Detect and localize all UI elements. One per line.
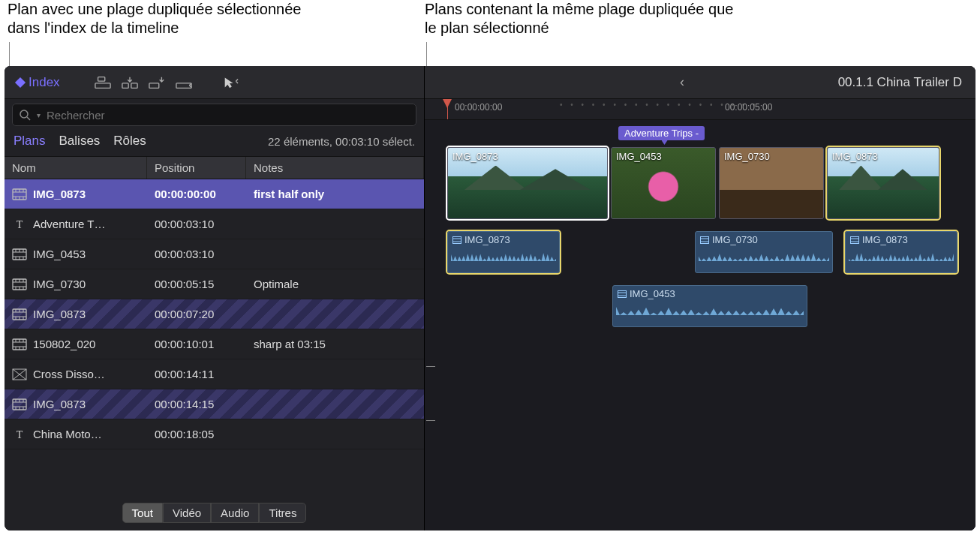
clip-label: IMG_0873 [832,151,878,162]
filter-titles[interactable]: Titres [259,503,306,523]
video-clip[interactable]: IMG_0730 [719,147,824,219]
callout-left: Plan avec une plage dupliquée sélectionn… [8,0,330,38]
audio-clip[interactable]: IMG_0873 [447,231,560,273]
row-position: 00:00:05:15 [147,278,246,290]
filter-bar: Tout Vidéo Audio Titres [5,498,424,530]
search-icon [19,109,31,121]
time-ruler[interactable]: 00:00:00:00 • • • • • • • • • • • • • • … [425,99,975,120]
title-clip[interactable]: Adventure Trips - [618,126,705,140]
timeline-index-panel: Index ▾ Plans Balises Rôles 22 éléments,… [5,66,425,530]
svg-rect-0 [95,83,110,87]
table-row[interactable]: IMG_073000:00:05:15Optimale [5,269,424,299]
diamond-icon [15,77,26,87]
audio-clip[interactable]: IMG_0730 [695,231,833,273]
app-window: Index ▾ Plans Balises Rôles 22 éléments,… [5,66,975,530]
text-icon: T [12,218,27,230]
row-position: 00:00:14:15 [147,398,246,410]
header-name[interactable]: Nom [5,157,147,179]
clip-label: IMG_0873 [850,234,908,245]
project-title: 00.1.1 China Trailer D [838,75,962,90]
svg-text:T: T [17,429,23,440]
playhead[interactable] [447,99,448,119]
callouts-region: Plan avec une plage dupliquée sélectionn… [0,0,980,66]
video-clip[interactable]: IMG_0453 [611,147,716,219]
table-row[interactable]: Cross Disso…00:00:14:11 [5,359,424,389]
film-icon [12,248,27,260]
row-name: 150802_020 [33,338,95,350]
svg-rect-4 [149,83,159,87]
timeline-toolbar: ‹ 00.1.1 China Trailer D [425,66,975,99]
row-position: 00:00:18:05 [147,428,246,440]
tab-balises[interactable]: Balises [59,134,101,149]
svg-rect-2 [122,83,128,87]
table-row[interactable]: IMG_087300:00:00:00first half only [5,179,424,209]
overwrite-clip-icon[interactable] [176,76,192,89]
row-position: 00:00:03:10 [147,218,246,230]
svg-rect-1 [98,77,104,81]
svg-rect-65 [453,236,461,243]
film-icon [12,308,27,320]
audio-clip[interactable]: IMG_0873 [845,231,957,273]
svg-rect-74 [618,290,627,297]
row-name: China Moto… [33,428,102,440]
svg-point-6 [20,110,28,118]
clip-label: IMG_0453 [616,151,662,162]
column-headers: Nom Position Notes [5,156,424,179]
svg-rect-3 [131,83,137,87]
row-name: IMG_0730 [33,278,86,290]
chevron-down-icon[interactable]: ▾ [37,111,41,119]
append-clip-icon[interactable] [149,76,165,89]
row-position: 00:00:14:11 [147,368,246,380]
row-notes: first half only [246,188,424,200]
clip-appearance-icons [95,76,192,89]
search-row: ▾ [5,99,424,131]
timeline-body[interactable]: Adventure Trips - IMG_0873IMG_0453IMG_07… [425,120,975,530]
table-row[interactable]: 150802_02000:00:10:01sharp at 03:15 [5,329,424,359]
tab-plans[interactable]: Plans [14,134,46,149]
connect-clip-icon[interactable] [95,76,111,89]
table-row[interactable]: TAdventure T…00:00:03:10 [5,209,424,239]
film-icon [12,398,27,410]
clip-label: IMG_0730 [724,151,770,162]
table-row[interactable]: TChina Moto…00:00:18:05 [5,419,424,449]
table-row[interactable]: IMG_087300:00:07:20 [5,299,424,329]
insert-clip-icon[interactable] [122,76,138,89]
clip-label: IMG_0453 [618,288,675,299]
clip-label: IMG_0873 [452,151,498,162]
row-position: 00:00:07:20 [147,308,246,320]
timeline-panel: ‹ 00.1.1 China Trailer D 00:00:00:00 • •… [425,66,975,530]
waveform [451,253,556,269]
row-name: IMG_0873 [33,188,86,200]
index-tabs: Plans Balises Rôles 22 éléments, 00:03:1… [5,131,424,156]
waveform [699,253,829,269]
svg-text:T: T [17,219,23,230]
index-rows: IMG_087300:00:00:00first half onlyTAdven… [5,179,424,498]
history-back-icon[interactable]: ‹ [680,74,684,90]
header-notes[interactable]: Notes [246,157,424,179]
ruler-tick-0: 00:00:00:00 [455,102,502,113]
filter-audio[interactable]: Audio [211,503,259,523]
table-row[interactable]: IMG_045300:00:03:10 [5,239,424,269]
row-position: 00:00:03:10 [147,248,246,260]
selection-status: 22 éléments, 00:03:10 sélect. [268,135,415,148]
text-icon: T [12,428,27,440]
header-position[interactable]: Position [147,157,246,179]
row-notes: Optimale [246,278,424,290]
ruler-tick-1: 00:00:05:00 [725,102,772,113]
callout-connector-h [426,366,435,367]
row-name: Adventure T… [33,218,105,230]
search-input[interactable] [47,109,410,122]
row-name: IMG_0453 [33,248,86,260]
audio-clip[interactable]: IMG_0453 [612,285,807,327]
pointer-tool-icon[interactable] [222,76,239,89]
filter-all[interactable]: Tout [122,503,163,523]
waveform [616,307,804,323]
filter-video[interactable]: Vidéo [163,503,211,523]
tab-roles[interactable]: Rôles [113,134,146,149]
index-button[interactable]: Index [11,72,66,93]
video-clip[interactable]: IMG_0873 [447,147,608,219]
table-row[interactable]: IMG_087300:00:14:15 [5,389,424,419]
connected-track-2: IMG_0873IMG_0730IMG_0873 [447,231,975,276]
video-clip[interactable]: IMG_0873 [827,147,939,219]
search-box[interactable]: ▾ [12,104,416,126]
